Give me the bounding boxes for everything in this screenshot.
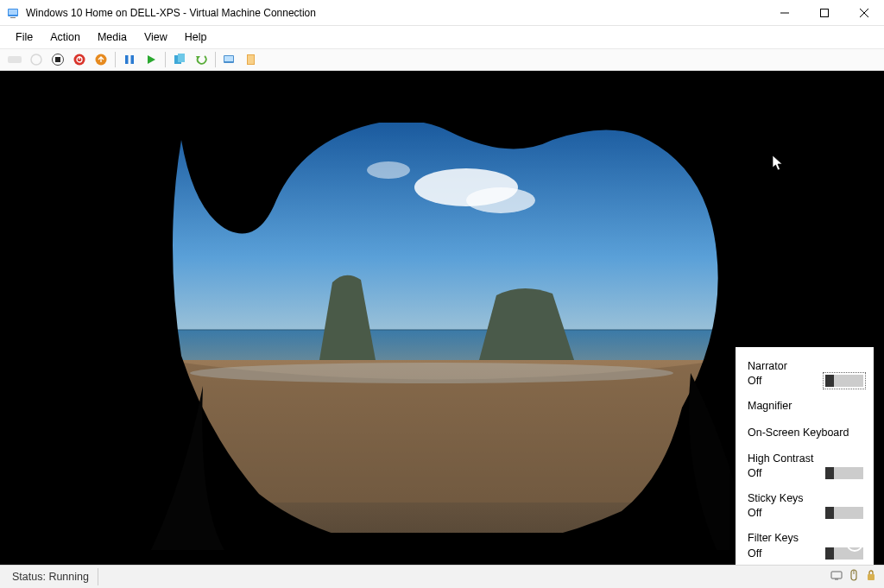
stop-button[interactable] [48,50,67,69]
checkpoint-button[interactable] [170,50,189,69]
svg-rect-37 [831,572,842,579]
statusbar: Status: Running [0,565,884,588]
high-contrast-toggle[interactable] [825,467,863,479]
status-tray [830,569,877,585]
svg-rect-7 [8,56,22,63]
display-status-icon [830,569,843,585]
window-title: Windows 10 Home on DELL-XPS - Virtual Ma… [26,7,765,19]
basic-session-button[interactable] [220,50,239,69]
toolbar-separator [115,52,116,67]
narrator-option: Narrator Off [748,359,863,387]
svg-rect-15 [125,55,129,64]
menu-file[interactable]: File [7,28,41,47]
osk-option[interactable]: On-Screen Keyboard [748,426,863,439]
shutdown-button[interactable] [70,50,89,69]
toolbar [0,48,884,71]
mouse-status-icon [848,569,860,585]
revert-button[interactable] [192,50,211,69]
status-text: Status: Running [7,568,98,585]
login-controls [801,530,867,554]
svg-rect-1 [9,9,17,15]
enhanced-session-button[interactable] [242,50,261,69]
narrator-state: Off [748,375,761,387]
high-contrast-state: Off [748,467,761,479]
svg-rect-16 [131,55,135,64]
svg-rect-22 [224,56,233,61]
svg-rect-41 [868,574,875,580]
high-contrast-label: High Contrast [748,452,863,465]
vm-viewport[interactable]: Narrator Off Magnifier On-Screen Keyboar… [0,71,884,565]
power-button[interactable] [843,530,867,554]
minimize-button[interactable] [765,0,805,26]
svg-rect-10 [55,57,60,62]
menu-media[interactable]: Media [89,28,136,47]
lock-status-icon [865,569,877,585]
maximize-button[interactable] [805,0,844,26]
app-icon [7,6,21,20]
svg-point-8 [31,54,41,65]
svg-marker-17 [148,55,155,64]
menu-view[interactable]: View [136,28,176,47]
start-button[interactable] [142,50,161,69]
svg-rect-24 [248,55,254,64]
sticky-keys-toggle[interactable] [825,507,863,519]
turn-off-button [27,50,46,69]
titlebar: Windows 10 Home on DELL-XPS - Virtual Ma… [0,0,884,26]
svg-rect-29 [164,330,725,364]
toolbar-separator [165,52,166,67]
svg-rect-2 [10,17,16,18]
svg-rect-4 [821,9,829,16]
menu-help[interactable]: Help [176,28,216,47]
svg-point-28 [367,161,410,179]
menubar: File Action Media View Help [0,26,884,48]
magnifier-label: Magnifier [748,399,863,413]
ease-of-access-button[interactable] [801,530,825,554]
sticky-keys-state: Off [748,507,761,519]
high-contrast-option: High Contrast Off [748,452,863,479]
close-button[interactable] [844,0,884,26]
filter-keys-state: Off [748,547,761,560]
narrator-toggle[interactable] [825,375,863,387]
svg-point-27 [466,187,535,213]
svg-rect-19 [178,54,185,62]
sticky-keys-option: Sticky Keys Off [748,491,863,519]
svg-point-33 [804,533,823,552]
save-button[interactable] [92,50,110,69]
magnifier-option[interactable]: Magnifier [748,399,863,413]
menu-action[interactable]: Action [41,28,89,47]
toolbar-separator [215,52,216,67]
osk-label: On-Screen Keyboard [748,426,863,439]
narrator-label: Narrator [748,359,863,373]
pause-button[interactable] [120,50,139,69]
svg-point-32 [190,363,673,383]
ctrl-alt-del-button [5,50,24,69]
sticky-keys-label: Sticky Keys [748,491,863,505]
